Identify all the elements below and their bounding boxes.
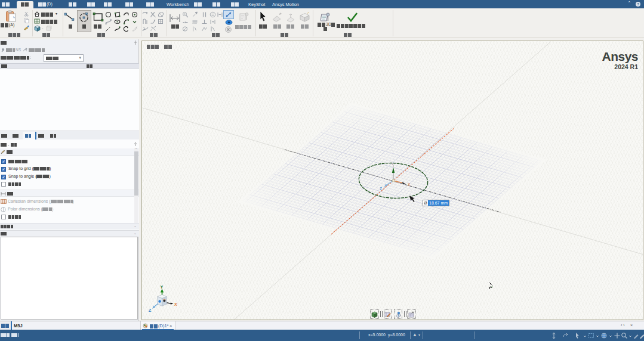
svg-text:Z: Z xyxy=(380,187,382,191)
svg-text:Y: Y xyxy=(161,285,164,289)
svg-text:X: X xyxy=(408,182,411,187)
svg-text:Z: Z xyxy=(149,308,152,312)
svg-text:Y: Y xyxy=(392,162,395,166)
svg-text:X: X xyxy=(174,302,177,306)
